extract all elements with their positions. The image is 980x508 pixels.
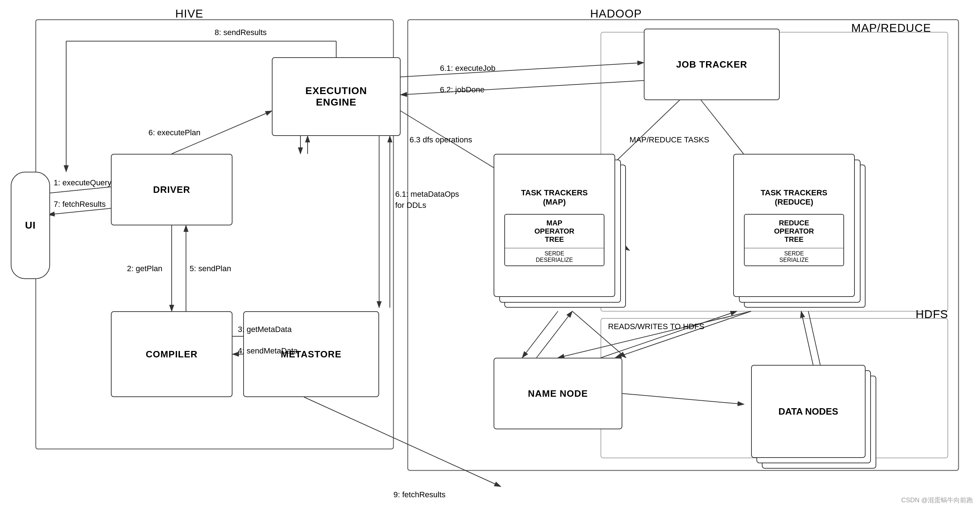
- ui-component: UI: [11, 172, 50, 279]
- arrow-execute-job: 6.1: executeJob: [440, 64, 495, 73]
- svg-line-20: [401, 81, 644, 95]
- hive-label: HIVE: [175, 7, 204, 21]
- diagram-container: HIVE HADOOP MAP/REDUCE HDFS UI DRIVER CO…: [0, 0, 980, 508]
- svg-line-33: [304, 397, 501, 487]
- execution-engine-component: EXECUTIONENGINE: [272, 57, 401, 136]
- task-trackers-reduce: TASK TRACKERS(REDUCE) REDUCEOPERATORTREE…: [733, 154, 869, 318]
- svg-line-29: [615, 311, 751, 358]
- mapreduce-label: MAP/REDUCE: [851, 21, 931, 35]
- svg-line-19: [401, 63, 644, 77]
- arrow-send-metadata: 4: sendMetaData: [238, 346, 298, 355]
- name-node-component: NAME NODE: [493, 358, 622, 429]
- job-tracker-component: JOB TRACKER: [644, 29, 780, 100]
- name-node-label: NAME NODE: [528, 388, 588, 399]
- driver-component: DRIVER: [111, 154, 232, 225]
- data-nodes-label: DATA NODES: [778, 406, 838, 417]
- data-nodes-component: DATA NODES: [751, 365, 880, 479]
- arrow-send-results: 8: sendResults: [215, 28, 267, 37]
- job-tracker-label: JOB TRACKER: [676, 59, 748, 70]
- driver-label: DRIVER: [153, 184, 190, 195]
- watermark: CSDN @混蛋蜗牛向前跑: [901, 496, 973, 505]
- arrow-execute-query: 1: executeQuery: [54, 178, 111, 188]
- arrow-get-metadata: 3: getMetaData: [238, 325, 291, 334]
- compiler-component: COMPILER: [111, 311, 232, 397]
- task-trackers-map: TASK TRACKERS(MAP) MAPOPERATORTREE SERDE…: [493, 154, 630, 318]
- ui-label: UI: [25, 220, 36, 231]
- execution-engine-label: EXECUTIONENGINE: [305, 85, 367, 108]
- arrow-fetch-results-ui: 7: fetchResults: [54, 200, 106, 209]
- arrow-dfs-ops: 6.3 dfs operations: [409, 135, 472, 145]
- hadoop-label: HADOOP: [590, 7, 642, 21]
- arrow-execute-plan: 6: executePlan: [148, 128, 200, 137]
- svg-line-32: [622, 393, 744, 404]
- hdfs-label: HDFS: [916, 308, 948, 321]
- arrow-fetch-results-bottom: 9: fetchResults: [393, 490, 445, 499]
- arrow-mapreduce-tasks: MAP/REDUCE TASKS: [630, 135, 709, 145]
- arrow-reads-writes: READS/WRITES TO HDFS: [608, 322, 704, 331]
- arrow-get-plan: 2: getPlan: [127, 264, 162, 273]
- arrow-metadata-ops: 6.1: metaDataOpsfor DDLs: [395, 189, 459, 211]
- compiler-label: COMPILER: [146, 349, 197, 360]
- arrow-job-done: 6.2: jobDone: [440, 85, 485, 94]
- arrow-send-plan: 5: sendPlan: [189, 264, 231, 273]
